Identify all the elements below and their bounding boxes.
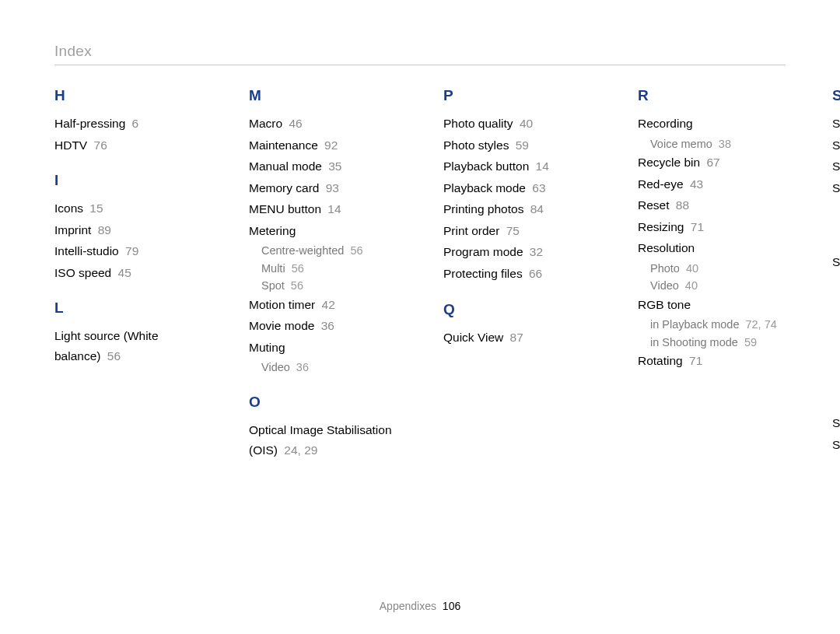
subentry-label: Video	[261, 361, 290, 373]
index-entry[interactable]: Rotating 71	[638, 351, 786, 371]
index-entry[interactable]: Recording	[638, 114, 786, 134]
index-subentry[interactable]: Centre-weighted 56	[261, 242, 397, 259]
entry-label: Playback button	[443, 159, 529, 173]
index-subentry[interactable]: Video 40	[650, 277, 786, 294]
subentry-label: in Playback mode	[650, 318, 739, 331]
entry-label: Self-portrait	[832, 138, 840, 152]
index-entry[interactable]: MENU button 14	[249, 199, 397, 219]
entry-page: 14	[324, 202, 341, 215]
index-entry[interactable]: RGB tone	[638, 295, 786, 315]
entry-label: Optical Image Stabilisation (OIS)	[249, 423, 392, 457]
entry-label: Metering	[249, 224, 296, 237]
index-entry[interactable]: Manual mode 35	[249, 156, 397, 177]
subentry-page: 56	[347, 244, 362, 257]
index-subentry[interactable]: in Shooting mode 59	[650, 334, 786, 351]
entry-label: Shutter speed	[832, 438, 840, 451]
index-entry[interactable]: Motion timer 42	[249, 295, 397, 315]
index-entry[interactable]: Protecting files 66	[443, 264, 591, 284]
entry-label: Resizing	[638, 220, 684, 233]
index-entry[interactable]: Red-eye 43	[638, 174, 786, 194]
entry-label: Movie mode	[249, 319, 314, 332]
index-entry[interactable]: Macro 46	[249, 114, 397, 134]
index-entry[interactable]: Muting	[249, 338, 397, 358]
index-group: RRecordingVoice memo 38Recycle bin 67Red…	[638, 87, 786, 371]
entry-label: Playback mode	[443, 181, 526, 194]
entry-page: 92	[321, 138, 338, 152]
footer-page: 106	[443, 600, 460, 612]
index-subentry[interactable]: Multi 56	[261, 260, 397, 277]
index-entry[interactable]: Imprint 89	[54, 220, 202, 240]
index-entry[interactable]: Shutter Priority mode 34	[832, 413, 840, 433]
index-entry[interactable]: Scene mode 31	[832, 114, 840, 134]
entry-page: 84	[527, 202, 544, 215]
subentry-label: Multi	[261, 262, 285, 275]
index-letter: S	[832, 87, 840, 104]
entry-label: Icons	[54, 201, 83, 215]
index-subentry[interactable]: Spot 56	[261, 277, 397, 294]
subentry-page: 56	[288, 279, 303, 292]
index-entry[interactable]: Photo quality 40	[443, 114, 591, 134]
index-entry[interactable]: Half-pressing 6	[54, 114, 202, 134]
entry-page: 71	[687, 220, 704, 233]
index-entry[interactable]: Print order 75	[443, 221, 591, 241]
index-entry[interactable]: Self-portrait 51	[832, 135, 840, 156]
entry-label: Intelli-studio	[54, 244, 119, 257]
index-entry[interactable]: Printing photos 84	[443, 199, 591, 219]
entry-page: 42	[318, 298, 335, 311]
entry-page: 24, 29	[281, 443, 317, 457]
index-entry[interactable]: Reset 88	[638, 195, 786, 215]
entry-label: Protecting files	[443, 267, 523, 280]
index-subentry[interactable]: Photo 40	[650, 260, 786, 277]
index-letter: H	[54, 87, 202, 104]
index-entry[interactable]: Shooting mode	[832, 252, 840, 272]
subentry-page: 38	[716, 138, 731, 150]
entry-label: Motion timer	[249, 298, 315, 311]
entry-page: 79	[122, 244, 139, 257]
index-entry[interactable]: Settings	[832, 178, 840, 198]
entry-page: 66	[526, 267, 543, 280]
entry-label: Macro	[249, 117, 282, 130]
index-group: PPhoto quality 40Photo styles 59Playback…	[443, 87, 591, 284]
index-entry[interactable]: Playback button 14	[443, 156, 591, 177]
entry-label: Program mode	[443, 245, 523, 258]
index-subentry[interactable]: in Playback mode 72, 74	[650, 316, 786, 333]
index-entry[interactable]: Quick View 87	[443, 328, 591, 348]
index-entry[interactable]: Memory card 93	[249, 178, 397, 198]
index-entry[interactable]: Intelli-studio 79	[54, 241, 202, 261]
index-entry[interactable]: Resizing 71	[638, 217, 786, 237]
index-group: MMacro 46Maintenance 92Manual mode 35Mem…	[249, 87, 397, 377]
index-letter: O	[249, 394, 397, 411]
entry-page: 14	[532, 159, 549, 173]
index-entry[interactable]: Light source (White balance) 56	[54, 326, 202, 366]
subentry-page: 40	[682, 279, 698, 292]
index-entry[interactable]: Optical Image Stabilisation (OIS) 24, 29	[249, 420, 397, 460]
index-entry[interactable]: Metering	[249, 221, 397, 241]
index-entry[interactable]: Playback mode 63	[443, 178, 591, 198]
index-entry[interactable]: Movie mode 36	[249, 316, 397, 336]
entry-page: 56	[103, 349, 121, 363]
entry-page: 15	[86, 201, 103, 215]
entry-label: Settings	[832, 181, 840, 194]
index-entry[interactable]: Recycle bin 67	[638, 152, 786, 173]
entry-label: Memory card	[249, 181, 319, 194]
index-group: QQuick View 87	[443, 301, 591, 348]
index-subentry[interactable]: Video 36	[261, 359, 397, 376]
entry-label: Rotating	[638, 354, 683, 367]
index-entry[interactable]: Photo styles 59	[443, 135, 591, 156]
index-entry[interactable]: Icons 15	[54, 198, 202, 219]
index-entry[interactable]: Service centre 97	[832, 156, 840, 177]
index-subentry[interactable]: Voice memo 38	[650, 135, 786, 152]
entry-label: Printing photos	[443, 202, 523, 215]
index-entry[interactable]: Program mode 32	[443, 242, 591, 262]
entry-label: ISO speed	[54, 266, 111, 279]
entry-page: 89	[94, 223, 111, 236]
index-entry[interactable]: HDTV 76	[54, 135, 202, 156]
page-title: Index	[54, 43, 786, 65]
entry-page: 88	[673, 198, 690, 212]
index-letter: R	[638, 87, 786, 104]
index-entry[interactable]: ISO speed 45	[54, 263, 202, 283]
entry-label: Photo styles	[443, 138, 509, 152]
index-entry[interactable]: Shutter speed 33	[832, 435, 840, 455]
index-entry[interactable]: Resolution	[638, 238, 786, 258]
index-entry[interactable]: Maintenance 92	[249, 135, 397, 156]
